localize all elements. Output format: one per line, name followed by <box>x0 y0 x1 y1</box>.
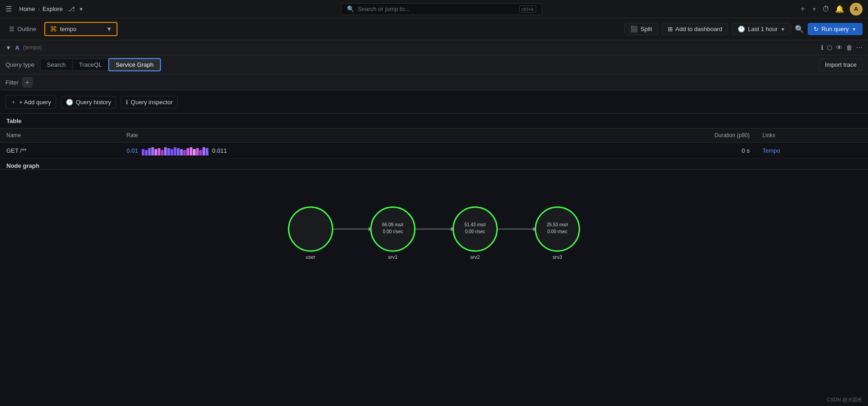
breadcrumb-explore[interactable]: Explore <box>43 5 63 12</box>
node-graph-svg: user 66.09 ms/r 0.00 r/sec srv1 51.43 ms… <box>0 170 868 307</box>
tab-search[interactable]: Search <box>40 59 73 71</box>
add-filter-button[interactable]: + <box>22 77 32 87</box>
results-table: Name Rate Duration (p90) Links GET /** 0… <box>0 128 868 159</box>
split-icon: ⬛ <box>630 26 638 32</box>
cell-empty <box>534 143 581 159</box>
explore-bar-actions: ⬛ Split ⊞ Add to dashboard 🕐 Last 1 hour… <box>624 23 863 35</box>
clock-icon[interactable]: ⏱ <box>822 5 830 13</box>
top-nav: ☰ Home › Explore ⎇ ▼ 🔍 ctrl+k ＋ ▼ ⏱ 🔔 A <box>0 0 868 18</box>
node-label-srv3: srv3 <box>553 254 562 260</box>
collapse-icon[interactable]: ▼ <box>5 44 11 51</box>
search-icon: 🔍 <box>347 5 354 12</box>
share-icon[interactable]: ⎇ <box>68 5 75 12</box>
query-row-icons: ℹ ⬡ 👁 🗑 ⋯ <box>821 44 863 51</box>
tab-service-graph[interactable]: Service Graph <box>108 58 161 71</box>
cell-links: Tempo <box>756 143 868 159</box>
outline-button[interactable]: ☰ Outline <box>5 24 40 34</box>
query-inspector-button[interactable]: ℹ Query inspector <box>121 96 178 108</box>
breadcrumb: Home › Explore <box>19 5 63 12</box>
query-source: (tempo) <box>23 44 42 51</box>
datasource-icon: ⌘ <box>50 25 57 33</box>
search-input[interactable] <box>358 5 516 12</box>
search-bar[interactable]: 🔍 ctrl+k <box>341 3 542 15</box>
col-name: Name <box>0 128 120 143</box>
col-duration: Duration (p90) <box>581 128 756 143</box>
add-query-button[interactable]: ＋ + Add query <box>5 95 56 109</box>
user-avatar[interactable]: A <box>850 3 863 16</box>
hamburger-icon[interactable]: ☰ <box>5 5 12 13</box>
add-icon: ＋ <box>11 98 16 106</box>
zoom-out-icon[interactable]: 🔍 <box>795 25 804 33</box>
table-section-header: Table <box>0 114 868 128</box>
history-icon: 🕑 <box>66 99 73 106</box>
nav-right: ＋ ▼ ⏱ 🔔 A <box>799 3 863 16</box>
search-shortcut: ctrl+k <box>519 5 536 13</box>
split-label: Split <box>640 26 652 32</box>
chevron-down-icon[interactable]: ▼ <box>79 6 84 12</box>
node-text1-srv1: 66.09 ms/r <box>382 222 404 227</box>
tempo-link[interactable]: Tempo <box>762 147 780 154</box>
refresh-icon: ↻ <box>814 26 819 32</box>
spark-end-value: 0.011 <box>212 147 227 154</box>
datasource-chevron-icon: ▼ <box>106 26 112 32</box>
nav-left: ☰ Home › Explore ⎇ ▼ <box>5 5 84 13</box>
outline-label: Outline <box>17 26 36 32</box>
node-graph-canvas: user 66.09 ms/r 0.00 r/sec srv1 51.43 ms… <box>0 170 868 308</box>
query-label: A <box>15 44 19 51</box>
breadcrumb-home[interactable]: Home <box>19 5 35 12</box>
sidebar-icon: ☰ <box>9 26 15 32</box>
bottom-bar: CSDN @大囚长 <box>821 394 868 406</box>
col-rate: Rate <box>120 128 534 143</box>
time-chevron-icon: ▼ <box>780 27 785 32</box>
run-query-button[interactable]: ↻ Run query ▼ <box>808 23 863 35</box>
bell-icon[interactable]: 🔔 <box>835 5 844 13</box>
cell-name: GET /** <box>0 143 120 159</box>
nav-center: 🔍 ctrl+k <box>84 3 799 15</box>
rate-value: 0.01 <box>127 147 138 154</box>
eye-icon[interactable]: 👁 <box>836 44 842 51</box>
plus-chevron-icon[interactable]: ▼ <box>812 6 817 12</box>
node-label-user: user <box>306 254 316 260</box>
query-type-label: Query type <box>5 61 35 68</box>
table-row: GET /** 0.01 0.011 0 s Tempo <box>0 143 868 159</box>
query-type-bar: Query type Search TraceQL Service Graph … <box>0 55 868 75</box>
add-to-dashboard-label: Add to dashboard <box>676 26 723 32</box>
node-text2-srv2: 0.00 r/sec <box>465 229 485 234</box>
add-to-dashboard-button[interactable]: ⊞ Add to dashboard <box>662 23 729 35</box>
time-range-picker[interactable]: 🕐 Last 1 hour ▼ <box>732 23 791 35</box>
info-icon[interactable]: ℹ <box>821 44 823 51</box>
inspector-icon: ℹ <box>126 99 128 106</box>
trash-icon[interactable]: 🗑 <box>846 44 852 51</box>
node-text1-srv3: 25.53 ms/r <box>547 222 569 227</box>
svg-point-3 <box>289 207 333 251</box>
filter-row: Filter + <box>0 75 868 91</box>
add-query-label: + Add query <box>19 99 51 106</box>
split-button[interactable]: ⬛ Split <box>624 23 658 35</box>
cell-duration: 0 s <box>581 143 756 159</box>
clock-time-icon: 🕐 <box>738 26 745 32</box>
filter-label: Filter <box>5 79 19 86</box>
node-label-srv1: srv1 <box>388 254 398 260</box>
explore-bar: ☰ Outline ⌘ tempo ▼ ⬛ Split ⊞ Add to das… <box>0 18 868 40</box>
share-query-icon[interactable]: ⬡ <box>827 44 832 51</box>
query-inspector-label: Query inspector <box>131 99 173 106</box>
node-label-srv2: srv2 <box>470 254 480 260</box>
query-history-button[interactable]: 🕑 Query history <box>61 96 116 108</box>
run-query-chevron-icon: ▼ <box>852 27 857 32</box>
query-history-label: Query history <box>76 99 111 106</box>
tab-traceql[interactable]: TraceQL <box>72 59 109 71</box>
ellipsis-icon[interactable]: ⋯ <box>856 44 863 51</box>
node-text2-srv1: 0.00 r/sec <box>383 229 403 234</box>
breadcrumb-separator: › <box>38 5 40 12</box>
datasource-selector[interactable]: ⌘ tempo ▼ <box>44 22 117 36</box>
col-links: Links <box>756 128 868 143</box>
time-range-label: Last 1 hour <box>748 26 777 32</box>
dashboard-icon: ⊞ <box>668 26 673 32</box>
import-trace-button[interactable]: Import trace <box>819 59 863 71</box>
plus-icon[interactable]: ＋ <box>799 4 806 14</box>
cell-rate: 0.01 0.011 <box>120 143 534 159</box>
col-spark <box>534 128 581 143</box>
node-text1-srv2: 51.43 ms/r <box>464 222 486 227</box>
run-query-label: Run query <box>821 26 849 32</box>
node-text2-srv3: 0.00 r/sec <box>548 229 568 234</box>
